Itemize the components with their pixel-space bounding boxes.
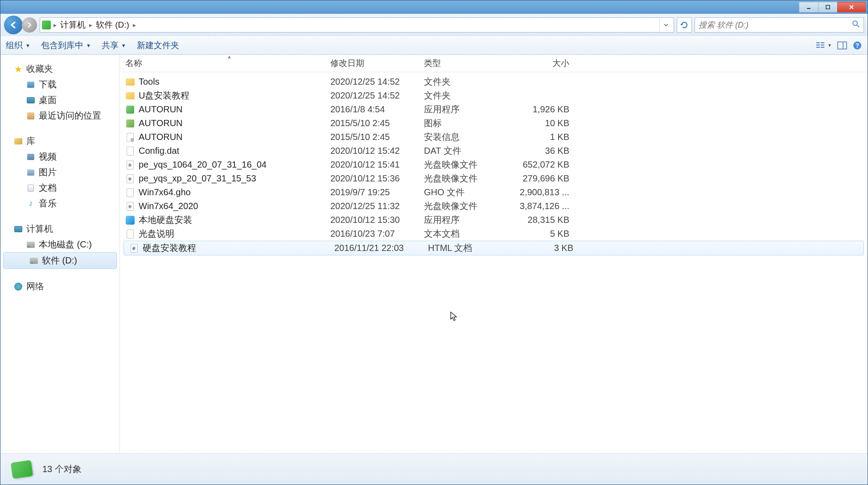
forward-button[interactable] bbox=[22, 17, 37, 33]
file-row[interactable]: Win7x64.gho2019/9/7 19:25GHO 文件2,900,813… bbox=[120, 185, 868, 199]
breadcrumb-sep-icon: ▸ bbox=[88, 21, 93, 29]
chevron-down-icon: ▼ bbox=[827, 43, 832, 48]
sidebar-item-label: 视频 bbox=[39, 151, 57, 163]
file-row[interactable]: 硬盘安装教程2016/11/21 22:03HTML 文档3 KB bbox=[123, 241, 864, 255]
column-name[interactable]: 名称 bbox=[120, 58, 325, 69]
file-row[interactable]: U盘安装教程2020/12/25 14:52文件夹 bbox=[120, 89, 868, 103]
file-name: AUTORUN bbox=[139, 104, 183, 115]
file-date: 2016/10/23 7:07 bbox=[325, 229, 419, 239]
file-list[interactable]: Tools2020/12/25 14:52文件夹U盘安装教程2020/12/25… bbox=[120, 72, 868, 453]
computer-icon bbox=[14, 225, 23, 234]
include-label: 包含到库中 bbox=[41, 40, 83, 51]
search-icon[interactable] bbox=[852, 20, 860, 30]
svg-rect-10 bbox=[821, 45, 824, 45]
column-type[interactable]: 类型 bbox=[419, 58, 512, 69]
sidebar-computer[interactable]: 计算机 bbox=[0, 221, 119, 237]
status-bar: 13 个对象 bbox=[0, 453, 868, 485]
file-size: 28,315 KB bbox=[512, 215, 575, 225]
svg-rect-12 bbox=[838, 42, 847, 49]
file-row[interactable]: pe_yqs_1064_20_07_31_16_042020/10/12 15:… bbox=[120, 158, 868, 172]
file-type: 文件夹 bbox=[419, 90, 512, 102]
svg-rect-9 bbox=[821, 42, 824, 43]
sidebar-music[interactable]: ♪ 音乐 bbox=[0, 196, 119, 211]
chevron-down-icon: ▼ bbox=[121, 43, 126, 48]
sidebar-recent[interactable]: 最近访问的位置 bbox=[0, 108, 119, 123]
new-folder-button[interactable]: 新建文件夹 bbox=[137, 40, 179, 51]
refresh-button[interactable] bbox=[677, 17, 692, 33]
sidebar-network[interactable]: 网络 bbox=[0, 279, 119, 294]
include-library-menu[interactable]: 包含到库中 ▼ bbox=[41, 40, 91, 51]
preview-pane-button[interactable] bbox=[837, 41, 847, 49]
column-size[interactable]: 大小 bbox=[512, 58, 575, 69]
column-date[interactable]: 修改日期 bbox=[325, 58, 419, 69]
sidebar-libraries[interactable]: 库 bbox=[0, 133, 119, 149]
file-name-cell: AUTORUN bbox=[120, 118, 325, 128]
sidebar-videos[interactable]: 视频 bbox=[0, 149, 119, 164]
drive-icon bbox=[26, 240, 35, 249]
file-name-cell: pe_yqs_xp_20_07_31_15_53 bbox=[120, 173, 325, 184]
file-row[interactable]: AUTORUN2015/5/10 2:45安装信息1 KB bbox=[120, 130, 868, 144]
svg-rect-11 bbox=[821, 47, 824, 48]
sidebar-favorites[interactable]: ★ 收藏夹 bbox=[0, 61, 119, 77]
file-name: AUTORUN bbox=[139, 118, 183, 128]
maximize-button[interactable] bbox=[818, 2, 838, 12]
file-icon bbox=[125, 105, 135, 115]
sidebar-item-label: 最近访问的位置 bbox=[39, 110, 101, 122]
file-type: 光盘映像文件 bbox=[419, 173, 512, 185]
minimize-button[interactable] bbox=[799, 2, 819, 12]
file-size: 279,696 KB bbox=[512, 173, 575, 184]
file-row[interactable]: 本地硬盘安装2020/10/12 15:30应用程序28,315 KB bbox=[120, 213, 868, 227]
breadcrumb-drive[interactable]: 软件 (D:) bbox=[93, 19, 132, 31]
sidebar-downloads[interactable]: 下载 bbox=[0, 77, 119, 92]
search-box[interactable] bbox=[695, 17, 864, 33]
sidebar-pictures[interactable]: 图片 bbox=[0, 164, 119, 180]
file-date: 2019/9/7 19:25 bbox=[325, 187, 419, 197]
breadcrumb-sep-icon: ▸ bbox=[132, 21, 137, 29]
share-menu[interactable]: 共享 ▼ bbox=[102, 40, 126, 51]
file-row[interactable]: Config.dat2020/10/12 15:42DAT 文件36 KB bbox=[120, 144, 868, 158]
file-icon bbox=[125, 146, 135, 156]
sidebar-drive-c[interactable]: 本地磁盘 (C:) bbox=[0, 237, 119, 252]
organize-menu[interactable]: 组织 ▼ bbox=[6, 40, 30, 51]
view-mode-button[interactable]: ▼ bbox=[816, 41, 832, 49]
computer-label: 计算机 bbox=[26, 223, 53, 235]
desktop-icon bbox=[26, 96, 35, 105]
file-type: 光盘映像文件 bbox=[419, 159, 512, 171]
file-row[interactable]: 光盘说明2016/10/23 7:07文本文档5 KB bbox=[120, 227, 868, 241]
sidebar-documents[interactable]: 文档 bbox=[0, 180, 119, 196]
address-bar[interactable]: ▸ 计算机 ▸ 软件 (D:) ▸ bbox=[40, 17, 674, 33]
file-name: Tools bbox=[139, 77, 160, 87]
file-date: 2020/10/12 15:36 bbox=[325, 173, 419, 184]
file-size: 2,900,813 ... bbox=[512, 187, 575, 197]
file-row[interactable]: pe_yqs_xp_20_07_31_15_532020/10/12 15:36… bbox=[120, 172, 868, 185]
download-icon bbox=[26, 80, 35, 89]
svg-point-4 bbox=[853, 21, 857, 25]
close-button[interactable] bbox=[837, 2, 866, 12]
file-name-cell: Win7x64.gho bbox=[120, 187, 325, 197]
sidebar-drive-d[interactable]: 软件 (D:) bbox=[3, 252, 117, 269]
file-size: 3 KB bbox=[516, 243, 579, 253]
libraries-label: 库 bbox=[26, 135, 35, 147]
file-type: 图标 bbox=[419, 117, 512, 129]
chevron-down-icon: ▼ bbox=[25, 43, 30, 48]
help-button[interactable]: ? bbox=[852, 41, 862, 50]
back-button[interactable] bbox=[4, 16, 23, 34]
file-name-cell: Tools bbox=[120, 77, 325, 87]
breadcrumb-computer[interactable]: 计算机 bbox=[58, 19, 88, 31]
search-input[interactable] bbox=[699, 21, 852, 30]
file-name: Win7x64_2020 bbox=[139, 201, 198, 211]
file-date: 2015/5/10 2:45 bbox=[325, 118, 419, 128]
body: ★ 收藏夹 下载 桌面 最近访问的位置 bbox=[0, 55, 868, 453]
sidebar-item-label: 图片 bbox=[39, 166, 57, 178]
file-name-cell: 硬盘安装教程 bbox=[124, 242, 329, 254]
file-row[interactable]: Tools2020/12/25 14:52文件夹 bbox=[120, 75, 868, 89]
breadcrumb-sep-icon: ▸ bbox=[53, 21, 58, 29]
address-dropdown-icon[interactable] bbox=[659, 17, 672, 33]
file-name-cell: AUTORUN bbox=[120, 132, 325, 142]
file-row[interactable]: AUTORUN2016/1/8 4:54应用程序1,926 KB bbox=[120, 103, 868, 116]
file-row[interactable]: Win7x64_20202020/12/25 11:32光盘映像文件3,874,… bbox=[120, 199, 868, 213]
sidebar-desktop[interactable]: 桌面 bbox=[0, 92, 119, 108]
sidebar-item-label: 软件 (D:) bbox=[42, 255, 77, 267]
file-date: 2016/1/8 4:54 bbox=[325, 104, 419, 115]
file-row[interactable]: AUTORUN2015/5/10 2:45图标10 KB bbox=[120, 116, 868, 130]
